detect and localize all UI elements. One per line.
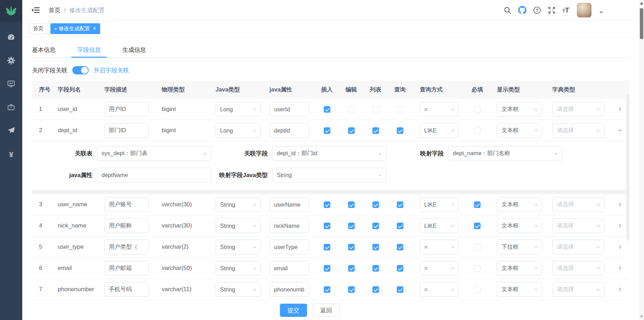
- expand-row-icon[interactable]: [616, 201, 624, 208]
- list-checkbox[interactable]: [372, 223, 379, 229]
- github-icon[interactable]: [518, 6, 526, 14]
- required-checkbox[interactable]: [474, 265, 481, 272]
- list-checkbox[interactable]: [372, 244, 379, 250]
- java-type-select[interactable]: String: [216, 197, 261, 212]
- java-type-select[interactable]: String: [216, 240, 261, 254]
- column-desc-input[interactable]: [104, 218, 149, 233]
- edit-checkbox[interactable]: [348, 223, 355, 229]
- dict-type-select[interactable]: 请选择: [552, 261, 604, 275]
- browser-scrollbar[interactable]: [639, 0, 644, 320]
- relation-toggle-switch[interactable]: [72, 66, 89, 74]
- expand-row-icon[interactable]: [616, 222, 624, 230]
- sidebar-item-send[interactable]: [0, 120, 22, 143]
- dict-type-select[interactable]: 请选择: [552, 218, 604, 233]
- fullscreen-icon[interactable]: [548, 6, 556, 14]
- relation-toggle-link[interactable]: 开启字段关联: [94, 66, 129, 74]
- required-checkbox[interactable]: [474, 106, 481, 113]
- column-desc-input[interactable]: [104, 123, 149, 138]
- edit-checkbox[interactable]: [348, 127, 355, 134]
- query-method-select[interactable]: =: [420, 102, 459, 117]
- required-checkbox[interactable]: [474, 223, 481, 229]
- column-desc-input[interactable]: [104, 261, 149, 275]
- query-method-select[interactable]: LIKE: [420, 218, 459, 233]
- expand-row-icon[interactable]: [616, 264, 624, 272]
- display-type-select[interactable]: 文本框: [497, 261, 542, 275]
- java-attr-input[interactable]: [269, 102, 309, 117]
- column-desc-input[interactable]: [104, 282, 149, 297]
- java-attr-input[interactable]: [269, 261, 309, 275]
- scrollbar-down-arrow-icon[interactable]: [640, 315, 643, 318]
- edit-checkbox[interactable]: [348, 265, 355, 272]
- query-method-select[interactable]: =: [420, 261, 459, 275]
- relation-table-select[interactable]: sys_dept：部门表: [97, 146, 211, 161]
- dict-type-select[interactable]: 请选择: [552, 123, 604, 138]
- breadcrumb-home[interactable]: 首页: [49, 6, 61, 14]
- relation-field-select[interactable]: dept_id：部门id: [272, 146, 386, 161]
- avatar-caret-icon[interactable]: [599, 11, 603, 14]
- java-type-select[interactable]: String: [216, 218, 261, 233]
- edit-checkbox[interactable]: [348, 106, 355, 113]
- submit-button[interactable]: 提交: [280, 304, 307, 317]
- scrollbar-thumb[interactable]: [640, 8, 643, 39]
- list-checkbox[interactable]: [372, 265, 379, 272]
- insert-checkbox[interactable]: [324, 201, 330, 208]
- query-method-select[interactable]: =: [420, 282, 459, 297]
- java-type-select[interactable]: Long: [216, 123, 261, 138]
- insert-checkbox[interactable]: [324, 106, 330, 113]
- query-method-select[interactable]: =: [420, 240, 459, 254]
- display-type-select[interactable]: 文本框: [497, 123, 542, 138]
- dict-type-select[interactable]: 请选择: [552, 102, 604, 117]
- table-scrollbar[interactable]: [626, 95, 629, 241]
- java-attr-input[interactable]: [269, 240, 309, 254]
- query-checkbox[interactable]: [397, 127, 403, 134]
- edit-checkbox[interactable]: [348, 244, 355, 250]
- java-attr-input[interactable]: [269, 282, 309, 297]
- required-checkbox[interactable]: [474, 201, 481, 208]
- required-checkbox[interactable]: [474, 127, 481, 134]
- java-type-select[interactable]: String: [216, 282, 261, 297]
- expand-row-icon[interactable]: [616, 105, 624, 113]
- java-attr-input[interactable]: [269, 218, 309, 233]
- avatar[interactable]: [577, 3, 591, 17]
- help-icon[interactable]: ?: [533, 6, 541, 14]
- display-type-select[interactable]: 下拉框: [497, 240, 542, 254]
- dict-type-select[interactable]: 请选择: [552, 197, 604, 212]
- tag-active-page[interactable]: ● 修改生成配置 ×: [50, 23, 100, 34]
- back-button[interactable]: 返回: [313, 304, 340, 317]
- sidebar-item-toolbox[interactable]: [0, 96, 22, 120]
- tag-home[interactable]: 首页: [29, 23, 48, 34]
- java-type-select[interactable]: Long: [216, 102, 261, 117]
- query-checkbox[interactable]: [397, 286, 403, 293]
- tab-basic-info[interactable]: 基本信息: [32, 42, 62, 57]
- close-tag-icon[interactable]: ×: [93, 26, 96, 31]
- tab-generate-info[interactable]: 生成信息: [116, 42, 152, 57]
- dict-type-select[interactable]: 请选择: [552, 240, 604, 254]
- java-attr-input[interactable]: [269, 197, 309, 212]
- list-checkbox[interactable]: [372, 127, 379, 134]
- tab-field-info[interactable]: 字段信息: [71, 42, 107, 57]
- insert-checkbox[interactable]: [324, 223, 330, 229]
- list-checkbox[interactable]: [372, 286, 379, 293]
- edit-checkbox[interactable]: [348, 201, 355, 208]
- query-method-select[interactable]: LIKE: [420, 197, 459, 212]
- insert-checkbox[interactable]: [324, 286, 330, 293]
- display-type-select[interactable]: 文本框: [497, 282, 542, 297]
- font-size-icon[interactable]: TT: [562, 6, 569, 14]
- required-checkbox[interactable]: [474, 244, 481, 250]
- query-checkbox[interactable]: [397, 106, 403, 113]
- map-java-attr-input[interactable]: [97, 168, 211, 183]
- sidebar-item-dashboard[interactable]: [0, 26, 22, 50]
- sidebar-item-monitor[interactable]: [0, 73, 22, 96]
- query-checkbox[interactable]: [397, 244, 403, 250]
- query-checkbox[interactable]: [397, 223, 403, 229]
- required-checkbox[interactable]: [474, 286, 481, 293]
- java-attr-input[interactable]: [269, 123, 309, 138]
- query-checkbox[interactable]: [397, 201, 403, 208]
- java-type-select[interactable]: String: [216, 261, 261, 275]
- sidebar-item-settings[interactable]: [0, 50, 22, 73]
- expand-row-icon[interactable]: [616, 127, 624, 134]
- expand-row-icon[interactable]: [616, 286, 624, 293]
- display-type-select[interactable]: 文本框: [497, 197, 542, 212]
- edit-checkbox[interactable]: [348, 286, 355, 293]
- display-type-select[interactable]: 文本框: [497, 102, 542, 117]
